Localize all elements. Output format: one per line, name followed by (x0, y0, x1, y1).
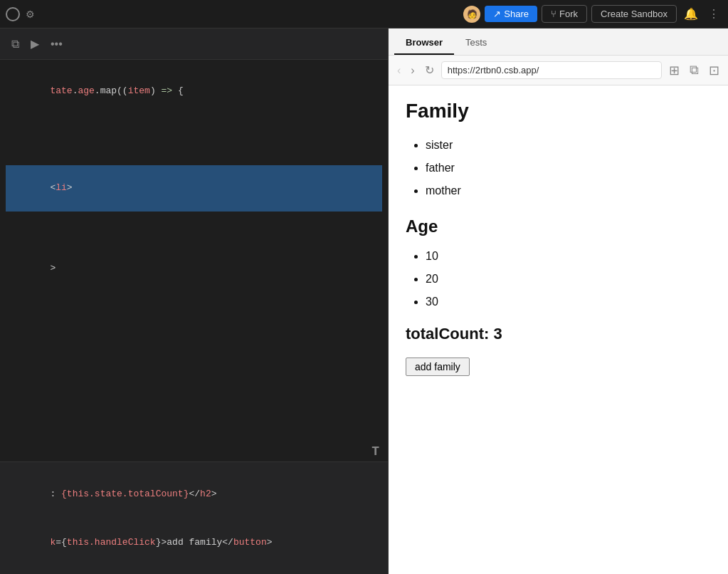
code-line-selected: <li> (6, 165, 382, 211)
address-input[interactable] (441, 61, 662, 79)
resize-handle: T (371, 442, 379, 462)
settings-icon: ⚙ (26, 9, 35, 20)
age-heading: Age (406, 216, 711, 236)
header-right: 🧑 ↗ Share ⑂ Fork Create Sandbox 🔔 ⋮ (463, 4, 722, 24)
code-editor[interactable]: tate.age.map((item) => { <li> > T (0, 60, 388, 461)
header-left: ⚙ (6, 7, 35, 21)
code-line-closing: > (6, 246, 382, 291)
total-count-display: totalCount: 3 (406, 325, 711, 343)
back-button[interactable]: ‹ (394, 63, 403, 78)
code-editor-bottom[interactable]: : {this.state.totalCount}</h2> k={this.h… (0, 461, 388, 574)
family-list: sister father mother (406, 134, 711, 202)
split-horizontal-icon[interactable]: ⧉ (9, 35, 22, 53)
code-line-2 (6, 114, 382, 131)
browser-settings-icon[interactable]: ⊡ (706, 61, 722, 80)
globe-icon (6, 7, 20, 21)
browser-tab-bar: Browser Tests (389, 28, 728, 56)
age-list: 10 20 30 (406, 245, 711, 313)
browser-content: Family sister father mother Age 10 20 30… (389, 85, 728, 574)
share-button[interactable]: ↗ Share (485, 6, 537, 22)
code-bottom-line-1: : {this.state.totalCount}</h2> (6, 469, 382, 518)
fork-icon: ⑂ (551, 9, 556, 19)
family-item-sister: sister (426, 134, 711, 157)
code-line-3 (6, 131, 382, 148)
age-item-20: 20 (426, 268, 711, 291)
browser-address-bar: ‹ › ↻ ⊞ ⧉ ⊡ (389, 56, 728, 85)
editor-panel: ⧉ ▶ ••• tate.age.map((item) => { <li> > … (0, 28, 388, 574)
open-in-new-icon[interactable]: ⊞ (666, 61, 682, 80)
more-icon[interactable]: ⋮ (705, 4, 722, 24)
bell-icon[interactable]: 🔔 (681, 4, 701, 24)
main-area: ⧉ ▶ ••• tate.age.map((item) => { <li> > … (0, 28, 728, 574)
tab-tests[interactable]: Tests (454, 31, 498, 55)
more-options-icon[interactable]: ••• (48, 35, 65, 53)
copy-url-icon[interactable]: ⧉ (687, 61, 702, 79)
editor-toolbar: ⧉ ▶ ••• (0, 28, 388, 60)
family-item-father: father (426, 157, 711, 179)
fork-button[interactable]: ⑂ Fork (542, 5, 587, 23)
share-icon: ↗ (493, 9, 501, 19)
tab-browser[interactable]: Browser (394, 31, 454, 55)
code-line-7 (6, 229, 382, 246)
add-family-button[interactable]: add family (406, 358, 470, 376)
family-item-mother: mother (426, 179, 711, 202)
browser-panel: Browser Tests ‹ › ↻ ⊞ ⧉ ⊡ Family sister … (388, 28, 728, 574)
code-line-1: tate.age.map((item) => { (6, 68, 382, 114)
header-bar: ⚙ 🧑 ↗ Share ⑂ Fork Create Sandbox 🔔 ⋮ (0, 0, 728, 28)
code-bottom-line-2: k={this.handleClick}>add family</button> (6, 518, 382, 567)
code-line-6 (6, 212, 382, 229)
age-item-30: 30 (426, 291, 711, 313)
code-line-4 (6, 148, 382, 165)
avatar: 🧑 (463, 6, 480, 23)
family-heading: Family (406, 100, 711, 122)
forward-button[interactable]: › (408, 63, 417, 78)
create-sandbox-button[interactable]: Create Sandbox (591, 5, 677, 23)
preview-icon[interactable]: ▶ (28, 34, 42, 53)
age-item-10: 10 (426, 245, 711, 268)
reload-button[interactable]: ↻ (422, 62, 437, 78)
